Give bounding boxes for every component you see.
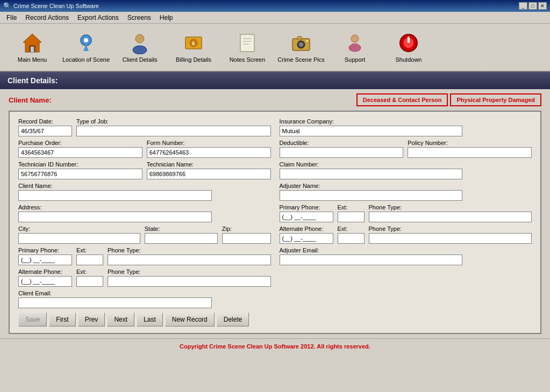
- claim-number-label: Claim Number:: [280, 161, 532, 168]
- toolbar-pics-label: Crime Scene Pics: [277, 56, 324, 63]
- tech-id-group: Technician ID Number:: [18, 161, 142, 179]
- alt-ext-group: Ext:: [76, 268, 103, 287]
- toolbar-location[interactable]: Location of Scene: [59, 26, 113, 68]
- right-alt-phone-type-group: Phone Type:: [369, 226, 532, 244]
- nav-row: Save First Prev Next Last New Record Del…: [18, 313, 271, 326]
- policy-number-input[interactable]: [408, 147, 532, 158]
- toolbar-support[interactable]: Support: [328, 26, 382, 68]
- alt-phone-type-input[interactable]: [108, 276, 271, 287]
- claim-number-input[interactable]: [280, 169, 462, 179]
- footer: Copyright Crime Scene Clean Up Software …: [0, 338, 550, 354]
- tech-id-input[interactable]: [18, 169, 142, 179]
- record-date-row: Record Date: Type of Job:: [18, 118, 271, 136]
- toolbar-client-details[interactable]: Client Details: [113, 26, 167, 68]
- new-record-button[interactable]: New Record: [165, 313, 215, 326]
- zip-group: Zip:: [222, 226, 271, 244]
- menu-file[interactable]: File: [2, 13, 21, 23]
- app-title: Crime Scene Clean Up Software: [13, 3, 519, 9]
- tech-name-input[interactable]: [147, 169, 271, 179]
- purchase-order-label: Purchase Order:: [18, 140, 142, 146]
- deductible-input[interactable]: [280, 147, 404, 158]
- delete-button[interactable]: Delete: [217, 313, 249, 326]
- right-primary-phone-row: Primary Phone: Ext: Phone Type:: [280, 204, 532, 222]
- menu-export-actions[interactable]: Export Actions: [73, 13, 123, 23]
- notes-icon: [236, 32, 259, 54]
- shutdown-icon: [397, 32, 420, 54]
- prev-button[interactable]: Prev: [78, 313, 105, 326]
- minimize-button[interactable]: _: [519, 2, 527, 10]
- first-button[interactable]: First: [49, 313, 75, 326]
- primary-phone-group: Primary Phone:: [18, 247, 72, 265]
- record-date-input[interactable]: [18, 126, 72, 136]
- title-bar: 🔍 Crime Scene Clean Up Software _ □ ✕: [0, 0, 550, 12]
- right-primary-phone-input[interactable]: [280, 212, 333, 222]
- policy-number-label: Policy Number:: [408, 140, 532, 146]
- insurance-input[interactable]: [280, 126, 462, 136]
- adjuster-name-group: Adjuster Name:: [280, 183, 532, 201]
- state-input[interactable]: [145, 233, 218, 244]
- menu-help[interactable]: Help: [155, 13, 177, 23]
- right-primary-phone-label: Primary Phone:: [280, 204, 333, 210]
- form-left: Record Date: Type of Job: Purchase Order…: [18, 118, 271, 326]
- toolbar-notes[interactable]: Notes Screen: [220, 26, 274, 68]
- insurance-group: Insurance Company:: [280, 118, 532, 136]
- toolbar-shutdown-label: Shutdown: [396, 56, 422, 63]
- primary-phone-input[interactable]: [18, 255, 72, 265]
- right-alt-ext-label: Ext:: [338, 226, 365, 232]
- right-alt-phone-input[interactable]: [280, 233, 333, 244]
- deceased-contact-button[interactable]: Deceased & Contact Person: [356, 93, 448, 106]
- right-alt-phone-type-input[interactable]: [369, 233, 532, 244]
- svg-rect-25: [408, 37, 410, 43]
- next-button[interactable]: Next: [107, 313, 134, 326]
- toolbar-main-menu[interactable]: Main Menu: [5, 26, 59, 68]
- address-label: Address:: [18, 204, 271, 210]
- section-header: Client Details:: [0, 72, 550, 89]
- client-email-input[interactable]: [18, 297, 212, 308]
- address-input[interactable]: [18, 212, 212, 222]
- purchase-order-input[interactable]: [18, 147, 142, 158]
- menu-record-actions[interactable]: Record Actions: [21, 13, 73, 23]
- location-icon: [75, 32, 97, 54]
- alt-phone-group: Alternate Phone:: [18, 268, 72, 287]
- record-date-group: Record Date:: [18, 118, 72, 136]
- zip-label: Zip:: [222, 226, 271, 232]
- alt-ext-label: Ext:: [76, 268, 103, 275]
- last-button[interactable]: Last: [137, 313, 163, 326]
- adjuster-email-input[interactable]: [280, 255, 462, 265]
- right-alt-ext-input[interactable]: [338, 233, 365, 244]
- toolbar-billing-label: Billing Details: [176, 56, 211, 63]
- adjuster-name-label: Adjuster Name:: [280, 183, 532, 189]
- right-phone-type-input[interactable]: [369, 212, 532, 222]
- deductible-group: Deductible:: [280, 140, 404, 158]
- zip-input[interactable]: [222, 233, 271, 244]
- client-name-input[interactable]: [18, 190, 212, 201]
- section-title: Client Details:: [8, 76, 58, 85]
- toolbar-billing[interactable]: $ Billing Details: [167, 26, 220, 68]
- city-input[interactable]: [18, 233, 140, 244]
- purchase-form-row: Purchase Order: Form Number:: [18, 140, 271, 158]
- right-alt-ext-group: Ext:: [338, 226, 365, 244]
- close-button[interactable]: ✕: [538, 2, 547, 10]
- toolbar-shutdown[interactable]: Shutdown: [382, 26, 435, 68]
- toolbar-crime-pics[interactable]: Crime Scene Pics: [274, 26, 328, 68]
- type-of-job-input[interactable]: [76, 126, 271, 136]
- phone-type-input[interactable]: [108, 255, 271, 265]
- physical-property-button[interactable]: Physical Property Damaged: [450, 93, 541, 106]
- save-button[interactable]: Save: [18, 313, 47, 326]
- client-name-field-group: Client Name:: [18, 183, 271, 201]
- city-label: City:: [18, 226, 140, 232]
- menu-screens[interactable]: Screens: [123, 13, 155, 23]
- alt-ext-input[interactable]: [76, 276, 103, 287]
- client-name-field-row: Client Name:: [18, 183, 271, 201]
- client-email-group: Client Email:: [18, 290, 271, 308]
- state-group: State:: [145, 226, 218, 244]
- form-number-input[interactable]: [147, 147, 271, 158]
- maximize-button[interactable]: □: [528, 2, 537, 10]
- toolbar-support-label: Support: [345, 56, 366, 63]
- right-ext-input[interactable]: [338, 212, 365, 222]
- policy-number-group: Policy Number:: [408, 140, 532, 158]
- adjuster-name-input[interactable]: [280, 190, 462, 201]
- alt-phone-input[interactable]: [18, 276, 72, 287]
- ext-input[interactable]: [76, 255, 103, 265]
- adjuster-email-label: Adjuster Email:: [280, 247, 532, 253]
